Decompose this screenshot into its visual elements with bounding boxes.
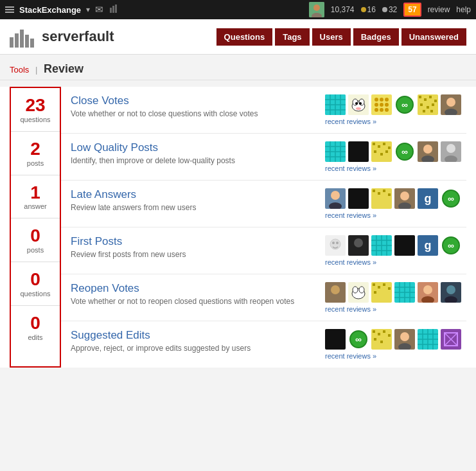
first-posts-recent[interactable]: recent reviews » bbox=[325, 258, 466, 266]
gold-count: 16 bbox=[367, 5, 376, 14]
avatar-rv-4 bbox=[394, 282, 415, 303]
svg-point-86 bbox=[400, 191, 409, 200]
help-link[interactable]: help bbox=[456, 5, 471, 14]
avatar-la-1 bbox=[325, 188, 346, 209]
count-low-quality: 2 posts bbox=[11, 132, 60, 175]
svg-rect-116 bbox=[378, 286, 380, 289]
svg-rect-133 bbox=[325, 329, 346, 350]
avatar-lq-2 bbox=[348, 141, 369, 162]
nav-users[interactable]: Users bbox=[312, 28, 351, 46]
dropdown-icon[interactable]: ▾ bbox=[86, 5, 90, 14]
avatar-6 bbox=[441, 94, 461, 115]
close-votes-recent-link[interactable]: recent reviews » bbox=[325, 118, 376, 125]
svg-point-30 bbox=[380, 103, 383, 107]
svg-point-112 bbox=[353, 287, 358, 293]
avatar-la-4 bbox=[394, 188, 415, 209]
user-avatar[interactable] bbox=[309, 2, 324, 17]
first-posts-unit: posts bbox=[20, 246, 51, 254]
avatar-se-2: ∞ bbox=[348, 329, 369, 350]
avatar-lq-3 bbox=[371, 141, 392, 162]
suggested-edits-info: Suggested Edits Approve, reject, or impr… bbox=[71, 329, 325, 360]
reopen-votes-count: 0 bbox=[20, 270, 51, 290]
suggested-edits-avatars: ∞ bbox=[325, 329, 466, 360]
silver-count: 32 bbox=[389, 5, 397, 14]
svg-rect-115 bbox=[373, 283, 375, 286]
first-posts-recent-link[interactable]: recent reviews » bbox=[325, 258, 376, 266]
svg-point-23 bbox=[359, 102, 362, 105]
first-posts-title[interactable]: First Posts bbox=[71, 235, 122, 247]
svg-rect-64 bbox=[374, 150, 376, 153]
svg-rect-141 bbox=[388, 334, 391, 337]
inbox-icon[interactable]: ✉ bbox=[95, 4, 103, 15]
avatar-la-3 bbox=[371, 188, 392, 209]
svg-text:∞: ∞ bbox=[355, 334, 362, 344]
site-header: serverfault Questions Tags Users Badges … bbox=[0, 19, 476, 55]
low-quality-count: 2 bbox=[20, 139, 51, 159]
count-suggested-edits: 0 edits bbox=[11, 306, 60, 349]
suggested-edits-title[interactable]: Suggested Edits bbox=[71, 329, 150, 341]
close-votes-title[interactable]: Close Votes bbox=[71, 94, 129, 107]
nav-tags[interactable]: Tags bbox=[275, 28, 309, 46]
svg-rect-81 bbox=[373, 190, 375, 192]
svg-rect-60 bbox=[373, 143, 375, 145]
review-badge[interactable]: 57 bbox=[403, 3, 421, 17]
svg-rect-62 bbox=[383, 143, 385, 145]
first-posts-avatars: g ∞ recent reviews » bbox=[325, 235, 466, 266]
nav-questions[interactable]: Questions bbox=[216, 28, 273, 46]
achievements-icon[interactable] bbox=[109, 4, 119, 16]
review-item-close-votes: Close Votes Vote whether or not to close… bbox=[61, 87, 466, 134]
reopen-votes-recent-link[interactable]: recent reviews » bbox=[325, 305, 376, 313]
svg-point-29 bbox=[375, 103, 378, 107]
close-votes-recent[interactable]: recent reviews » bbox=[325, 118, 466, 125]
suggested-edits-recent[interactable]: recent reviews » bbox=[325, 352, 466, 360]
avatar-5 bbox=[418, 94, 438, 115]
low-quality-title[interactable]: Low Quality Posts bbox=[71, 141, 158, 154]
site-name-bold: fault bbox=[84, 28, 114, 44]
avatar-fp-5: g bbox=[418, 235, 438, 256]
low-quality-recent-link[interactable]: recent reviews » bbox=[325, 164, 376, 172]
low-quality-recent[interactable]: recent reviews » bbox=[325, 164, 466, 172]
late-answers-recent[interactable]: recent reviews » bbox=[325, 211, 466, 219]
svg-rect-43 bbox=[420, 103, 423, 106]
avatar-fp-1 bbox=[325, 235, 346, 256]
svg-rect-63 bbox=[388, 147, 391, 149]
svg-rect-0 bbox=[110, 8, 112, 13]
nav-unanswered[interactable]: Unanswered bbox=[401, 28, 466, 46]
avatar-rv-3 bbox=[371, 282, 392, 303]
avatar-3 bbox=[371, 94, 392, 115]
svg-rect-117 bbox=[383, 283, 385, 286]
menu-icon[interactable] bbox=[5, 6, 14, 13]
svg-point-49 bbox=[446, 98, 455, 107]
svg-point-94 bbox=[336, 242, 339, 244]
reopen-votes-recent[interactable]: recent reviews » bbox=[325, 305, 466, 313]
reopen-votes-title[interactable]: Reopen Votes bbox=[71, 282, 139, 294]
svg-point-32 bbox=[375, 108, 378, 112]
svg-point-145 bbox=[400, 332, 409, 341]
avatar-se-3 bbox=[371, 329, 392, 350]
breadcrumb-separator: | bbox=[35, 65, 37, 75]
svg-rect-7 bbox=[15, 33, 19, 48]
svg-text:∞: ∞ bbox=[448, 193, 454, 204]
late-answers-recent-link[interactable]: recent reviews » bbox=[325, 211, 376, 219]
avatar-lq-6 bbox=[441, 141, 461, 162]
review-item-late-answers: Late Answers Review late answers from ne… bbox=[61, 181, 466, 227]
site-logo[interactable]: serverfault bbox=[10, 26, 114, 48]
nav-badges[interactable]: Badges bbox=[353, 28, 399, 46]
svg-point-31 bbox=[385, 103, 389, 107]
site-name-light: server bbox=[42, 28, 84, 44]
svg-rect-84 bbox=[388, 193, 391, 196]
stackexchange-brand[interactable]: StackExchange bbox=[19, 5, 81, 15]
svg-rect-2 bbox=[115, 4, 117, 13]
review-link[interactable]: review bbox=[428, 5, 450, 14]
suggested-edits-recent-link[interactable]: recent reviews » bbox=[325, 352, 376, 360]
avatar-se-5 bbox=[418, 329, 438, 350]
avatar-rv-2 bbox=[348, 282, 369, 303]
user-reputation: 10,374 bbox=[331, 5, 355, 14]
avatar-lq-1 bbox=[325, 141, 346, 162]
late-answers-title[interactable]: Late Answers bbox=[71, 188, 136, 200]
svg-rect-6 bbox=[10, 37, 13, 48]
breadcrumb-tools[interactable]: Tools bbox=[10, 65, 29, 75]
avatar-rv-5 bbox=[418, 282, 438, 303]
close-votes-info: Close Votes Vote whether or not to close… bbox=[71, 94, 325, 125]
svg-text:∞: ∞ bbox=[401, 147, 408, 157]
